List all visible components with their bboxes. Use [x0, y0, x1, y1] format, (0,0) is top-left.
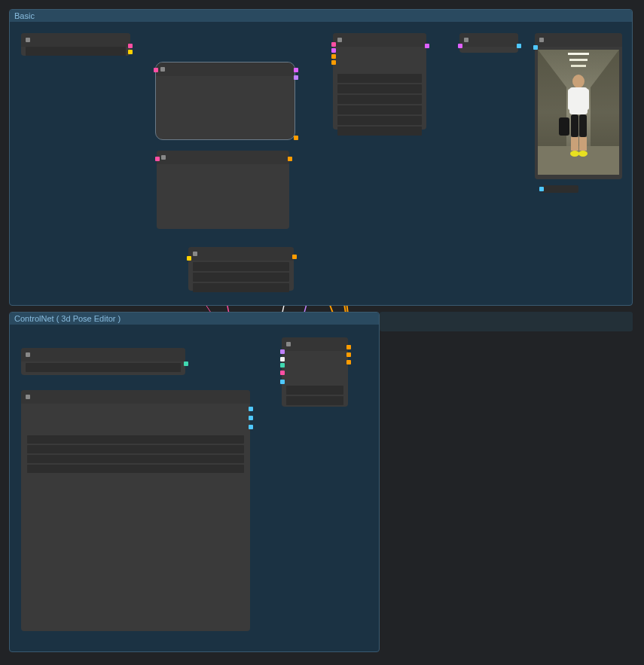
node-field[interactable] [27, 465, 244, 473]
output-port[interactable] [128, 50, 133, 54]
node-header[interactable] [535, 33, 622, 47]
input-port[interactable] [155, 157, 160, 161]
svg-rect-9 [568, 89, 572, 110]
node-field[interactable] [27, 435, 244, 444]
input-port[interactable] [154, 68, 158, 72]
node-header[interactable] [282, 337, 348, 351]
input-port[interactable] [539, 187, 544, 191]
node-field[interactable] [193, 283, 289, 292]
node-field[interactable] [27, 455, 244, 463]
output-port[interactable] [292, 255, 297, 259]
preview-filename-badge [542, 185, 578, 193]
node-field[interactable] [286, 386, 343, 395]
collapse-icon[interactable] [337, 38, 342, 42]
output-port[interactable] [294, 68, 298, 72]
node-field[interactable] [193, 273, 289, 282]
svg-rect-3 [571, 65, 586, 67]
output-port[interactable] [288, 157, 292, 161]
collapse-icon[interactable] [464, 38, 469, 42]
input-port[interactable] [280, 349, 285, 354]
svg-rect-14 [579, 137, 587, 151]
collapse-icon[interactable] [539, 38, 544, 42]
collapse-icon[interactable] [26, 38, 30, 42]
node-field[interactable] [337, 116, 422, 125]
collapse-icon[interactable] [160, 67, 165, 72]
node-header[interactable] [188, 247, 294, 261]
node-field[interactable] [337, 105, 422, 114]
input-port[interactable] [533, 45, 538, 50]
output-port[interactable] [294, 75, 298, 80]
group-basic-title: Basic [10, 10, 632, 22]
node-field[interactable] [26, 47, 126, 56]
node-header[interactable] [21, 33, 130, 47]
output-port[interactable] [249, 407, 253, 411]
output-port[interactable] [184, 361, 188, 366]
node-preview-image[interactable] [535, 33, 622, 179]
input-port[interactable] [280, 363, 285, 368]
output-port[interactable] [249, 425, 253, 429]
output-port[interactable] [517, 44, 521, 48]
node-header[interactable] [157, 151, 289, 164]
input-port[interactable] [331, 48, 336, 53]
input-port[interactable] [187, 256, 191, 261]
input-port[interactable] [331, 54, 336, 59]
svg-point-7 [572, 75, 584, 88]
input-port[interactable] [280, 357, 285, 361]
node-header[interactable] [156, 63, 295, 76]
svg-rect-17 [559, 117, 569, 136]
node-header[interactable] [333, 33, 426, 47]
node-field[interactable] [337, 74, 422, 83]
output-port[interactable] [294, 136, 298, 140]
collapse-icon[interactable] [26, 395, 30, 399]
output-port[interactable] [425, 44, 429, 48]
output-port[interactable] [346, 352, 351, 357]
node-apply-controlnet[interactable] [282, 337, 348, 407]
node-prompt-negative[interactable] [157, 151, 289, 229]
output-port[interactable] [346, 360, 351, 365]
group-controlnet-spacer [380, 312, 633, 331]
collapse-icon[interactable] [193, 252, 197, 256]
node-field[interactable] [337, 95, 422, 104]
output-port[interactable] [128, 44, 133, 48]
input-port[interactable] [280, 371, 285, 375]
node-ksampler[interactable] [333, 33, 426, 130]
output-port[interactable] [346, 345, 351, 349]
svg-rect-13 [571, 137, 578, 151]
preview-image-content [538, 50, 619, 175]
group-controlnet-title: ControlNet ( 3d Pose Editor ) [10, 313, 379, 325]
output-port[interactable] [249, 416, 253, 420]
collapse-icon[interactable] [161, 155, 166, 160]
node-field[interactable] [193, 262, 289, 271]
svg-point-16 [578, 151, 588, 157]
node-prompt[interactable] [155, 62, 295, 140]
node-controlnet-loader[interactable] [21, 348, 185, 375]
node-field[interactable] [27, 445, 244, 453]
svg-rect-2 [569, 59, 588, 61]
node-field[interactable] [26, 363, 181, 372]
input-port[interactable] [331, 60, 336, 65]
node-field[interactable] [337, 127, 422, 136]
svg-rect-11 [571, 114, 578, 137]
svg-rect-1 [568, 53, 589, 55]
node-header[interactable] [21, 348, 185, 361]
input-port[interactable] [280, 380, 285, 384]
node-vae-decode[interactable] [459, 33, 518, 53]
svg-point-15 [570, 151, 579, 157]
node-header[interactable] [21, 390, 250, 404]
svg-rect-12 [579, 114, 587, 137]
node-header[interactable] [459, 33, 518, 47]
node-sampler[interactable] [188, 247, 294, 291]
input-port[interactable] [331, 42, 336, 47]
collapse-icon[interactable] [286, 342, 291, 346]
collapse-icon[interactable] [26, 352, 30, 357]
node-field[interactable] [286, 396, 343, 405]
node-3d-pose-editor[interactable] [21, 390, 250, 631]
input-port[interactable] [458, 44, 462, 48]
node-checkpoint[interactable] [21, 33, 130, 56]
svg-rect-10 [584, 89, 589, 110]
node-field[interactable] [337, 84, 422, 93]
